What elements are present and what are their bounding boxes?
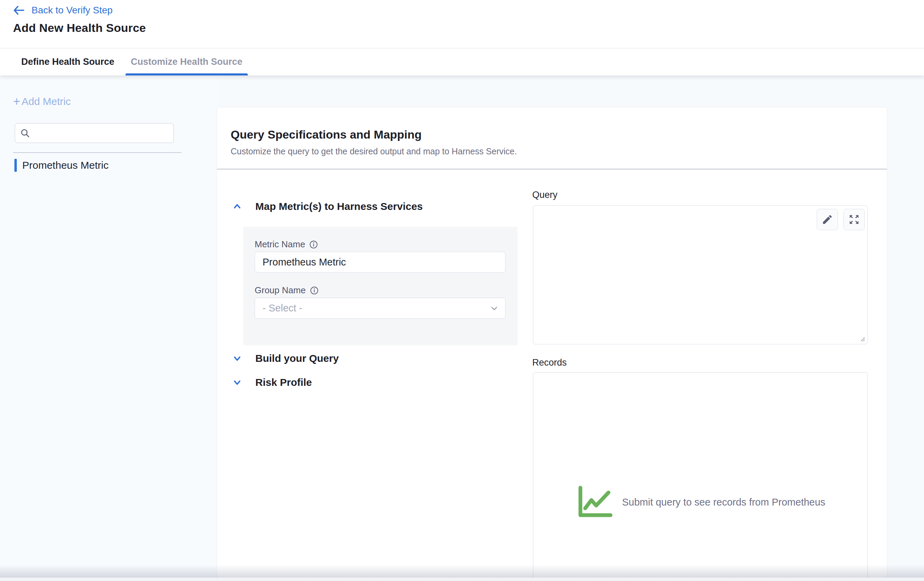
query-label: Query [532,190,558,200]
group-name-placeholder: - Select - [262,303,302,314]
records-empty-message: Submit query to see records from Prometh… [622,497,825,508]
arrow-left-icon [13,5,25,15]
pencil-icon [822,214,833,225]
metrics-sidebar: + Add Metric Prometheus Metric [0,75,217,581]
back-link-label: Back to Verify Step [31,5,113,16]
query-textarea-container [533,205,868,344]
tab-customize-health-source[interactable]: Customize Health Source [125,48,248,75]
edit-query-button[interactable] [817,209,838,230]
chevron-down-icon [232,377,242,387]
card-title: Query Specifications and Mapping [231,128,422,141]
back-to-verify-step-link[interactable]: Back to Verify Step [13,5,113,16]
line-chart-icon [576,486,614,518]
add-metric-label: Add Metric [21,96,71,108]
section-build-query-toggle[interactable]: Build your Query [232,353,338,364]
add-health-source-page: Back to Verify Step Add New Health Sourc… [0,0,924,581]
fullscreen-arrows-icon [848,214,860,225]
metric-item-label: Prometheus Metric [22,159,109,171]
sidebar-divider [13,152,182,153]
records-empty-state: Submit query to see records from Prometh… [576,486,825,518]
metric-name-input[interactable] [255,252,505,273]
plus-icon: + [13,95,20,108]
group-name-label: Group Name [255,285,306,296]
search-icon [20,128,30,138]
resize-handle-icon[interactable] [859,336,866,342]
page-header: Back to Verify Step Add New Health Sourc… [0,0,924,48]
expand-query-button[interactable] [843,209,865,230]
card-subtitle: Customize the query to get the desired o… [231,146,517,156]
metric-search-input[interactable] [34,124,173,143]
metric-name-label-row: Metric Name [255,239,318,250]
chevron-down-icon [489,303,499,313]
chevron-down-icon [232,353,242,364]
section-risk-profile-toggle[interactable]: Risk Profile [232,377,312,388]
section-map-metrics-toggle[interactable]: Map Metric(s) to Harness Services [232,200,423,212]
map-metrics-form-panel: Metric Name Group Name [243,227,518,345]
page-title: Add New Health Source [13,21,146,35]
health-source-tabbar: Define Health Source Customize Health So… [0,48,924,75]
card-divider [217,169,887,169]
section-map-metrics-title: Map Metric(s) to Harness Services [255,200,423,212]
bottom-footer-edge [0,578,924,581]
info-icon[interactable] [309,240,318,249]
query-specifications-card: Query Specifications and Mapping Customi… [217,108,887,581]
add-metric-button[interactable]: + Add Metric [13,95,71,108]
metric-name-label: Metric Name [255,239,305,250]
section-risk-profile-title: Risk Profile [255,377,312,388]
records-label: Records [532,358,567,368]
metric-search-box [15,123,174,143]
query-toolbar [817,209,865,230]
metric-list-item-prometheus[interactable]: Prometheus Metric [15,159,109,172]
content-area: + Add Metric Prometheus Metric Query Spe… [0,75,924,581]
records-container: Submit query to see records from Prometh… [533,372,868,581]
group-name-select[interactable]: - Select - [255,298,505,319]
group-name-label-row: Group Name [255,285,319,296]
selected-indicator-bar [15,159,17,172]
tab-define-health-source[interactable]: Define Health Source [16,48,120,75]
section-build-query-title: Build your Query [255,353,338,364]
info-icon[interactable] [310,286,319,295]
chevron-up-icon [232,201,242,212]
